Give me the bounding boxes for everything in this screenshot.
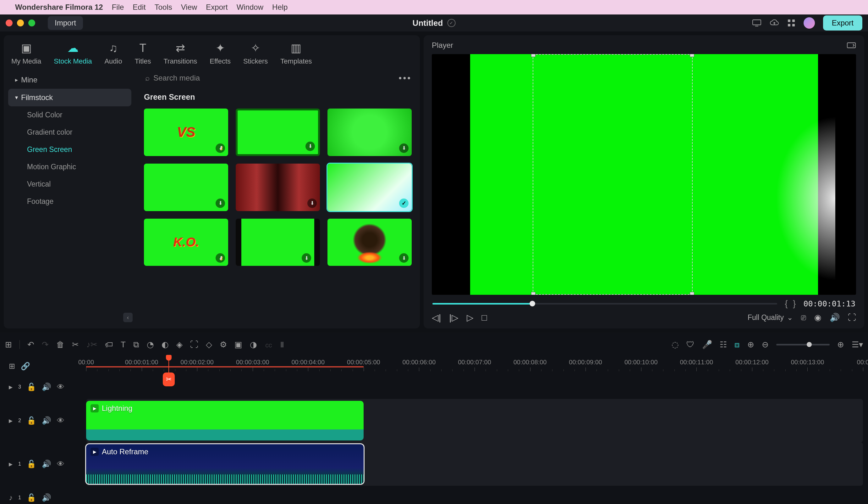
sidebar-sub-footage[interactable]: Footage xyxy=(8,193,131,210)
scrubber-knob[interactable] xyxy=(529,301,535,306)
track-lane-a1[interactable] xyxy=(86,486,863,504)
tab-transitions[interactable]: ⇄Transitions xyxy=(163,41,197,65)
silence-icon[interactable]: ◑ xyxy=(250,340,257,350)
mute-icon[interactable]: 🔊 xyxy=(42,416,51,425)
save-status-icon[interactable]: ✓ xyxy=(447,19,455,27)
crop-handle-br[interactable] xyxy=(690,292,694,295)
add-track-icon[interactable]: ⊞ xyxy=(9,362,15,371)
next-frame-button[interactable]: |▷ xyxy=(449,312,458,323)
quality-selector[interactable]: Full Quality ⌄ xyxy=(748,313,793,322)
crop-icon[interactable]: ⧉ xyxy=(133,340,139,350)
menu-edit[interactable]: Edit xyxy=(133,3,145,12)
thumb-dark-frame[interactable]: ⬇ xyxy=(236,109,320,156)
volume-icon[interactable]: 🔊 xyxy=(830,313,840,322)
arrange-icon[interactable]: ⊞ xyxy=(5,340,12,350)
cut-tool-marker[interactable]: ✂ xyxy=(163,373,175,386)
mute-icon[interactable]: 🔊 xyxy=(42,493,51,502)
subtitle-icon[interactable]: ㏄ xyxy=(265,339,273,350)
keyframe-icon[interactable]: ◈ xyxy=(176,340,183,350)
sidebar-item-mine[interactable]: Mine xyxy=(8,71,131,89)
preview-viewport[interactable] xyxy=(432,54,856,295)
apps-grid-icon[interactable] xyxy=(787,19,795,27)
group-icon[interactable]: ▣ xyxy=(235,340,242,350)
adjust-icon[interactable]: ⚙ xyxy=(220,340,227,350)
search-input[interactable]: ⌕ Search media xyxy=(144,71,394,85)
download-icon[interactable]: ⬇ xyxy=(216,199,225,208)
crop-handle-bl[interactable] xyxy=(531,292,536,295)
text-icon[interactable]: T xyxy=(121,340,126,350)
mic-icon[interactable]: 🎤 xyxy=(702,340,712,350)
color-icon[interactable]: ◐ xyxy=(162,340,169,350)
sidebar-sub-green-screen[interactable]: Green Screen xyxy=(8,141,131,158)
playhead[interactable]: ✂ xyxy=(168,357,169,375)
tag-icon[interactable]: 🏷 xyxy=(105,340,113,350)
tab-titles[interactable]: TTitles xyxy=(135,41,151,65)
sidebar-sub-motion-graphic[interactable]: Motion Graphic xyxy=(8,158,131,175)
sidebar-sub-vertical[interactable]: Vertical xyxy=(8,175,131,193)
app-name[interactable]: Wondershare Filmora 12 xyxy=(15,3,103,12)
display-icon[interactable] xyxy=(752,19,762,27)
zoom-slider[interactable] xyxy=(776,344,830,345)
tab-stickers[interactable]: ✧Stickers xyxy=(243,41,268,65)
menu-window[interactable]: Window xyxy=(237,3,264,12)
lock-icon[interactable]: 🔓 xyxy=(27,460,36,468)
thumb-filmstrip[interactable]: ⬇ xyxy=(236,219,320,266)
zoom-out-icon[interactable]: ⊖ xyxy=(762,340,769,350)
crop-frame[interactable] xyxy=(533,54,693,295)
detach-player-icon[interactable]: ⎚ xyxy=(801,313,806,322)
playhead-handle[interactable] xyxy=(166,355,172,361)
thumb-lightning[interactable]: ✓ xyxy=(328,164,412,211)
zoom-knob[interactable] xyxy=(807,342,812,347)
play-button[interactable]: ▷ xyxy=(467,312,474,323)
track-add-icon[interactable]: ⊕ xyxy=(747,340,754,350)
menu-file[interactable]: File xyxy=(112,3,124,12)
import-button[interactable]: Import xyxy=(48,16,83,30)
mute-icon[interactable]: 🔊 xyxy=(42,383,51,391)
prev-frame-button[interactable]: ◁| xyxy=(432,312,441,323)
lock-icon[interactable]: 🔓 xyxy=(27,416,36,425)
work-area-bar[interactable] xyxy=(86,366,364,367)
clip-auto-reframe[interactable]: ▶Auto Reframe xyxy=(86,444,364,484)
sidebar-collapse-button[interactable]: ‹ xyxy=(123,313,133,322)
mark-out-button[interactable]: } xyxy=(791,299,798,308)
tab-audio[interactable]: ♫Audio xyxy=(104,41,122,65)
thumb-explosion[interactable]: ⬇ xyxy=(328,219,412,266)
tab-stock-media[interactable]: ☁Stock Media xyxy=(54,41,92,65)
menu-tools[interactable]: Tools xyxy=(155,3,172,12)
sidebar-sub-gradient-color[interactable]: Gradient color xyxy=(8,124,131,141)
compare-icon[interactable] xyxy=(847,41,856,49)
cloud-upload-icon[interactable] xyxy=(769,19,779,27)
mixer-icon[interactable]: ☷ xyxy=(720,340,727,350)
redo-icon[interactable]: ↷ xyxy=(42,340,49,350)
menu-export[interactable]: Export xyxy=(206,3,228,12)
thumb-ko[interactable]: K.O.⬇ xyxy=(144,219,228,266)
track-options-icon[interactable]: ☰▾ xyxy=(852,340,863,350)
track-lane-v3[interactable] xyxy=(86,375,863,399)
sidebar-sub-solid-color[interactable]: Solid Color xyxy=(8,106,131,124)
thumb-vs[interactable]: VS⬇ xyxy=(144,109,228,156)
download-icon[interactable]: ⬇ xyxy=(216,253,225,263)
timeline-ruler[interactable]: 00:0000:00:01:0000:00:02:0000:00:03:0000… xyxy=(86,357,863,375)
sidebar-item-filmstock[interactable]: Filmstock xyxy=(8,89,131,106)
download-icon[interactable]: ⬇ xyxy=(399,143,409,153)
window-minimize-button[interactable] xyxy=(17,20,24,27)
fit-icon[interactable]: ⛶ xyxy=(190,340,198,350)
clip-lightning[interactable]: ▶Lightning xyxy=(86,401,364,441)
export-button[interactable]: Export xyxy=(823,16,862,31)
snapshot-icon[interactable]: ◉ xyxy=(814,313,822,322)
lock-icon[interactable]: 🔓 xyxy=(27,383,36,391)
delete-icon[interactable]: 🗑 xyxy=(56,340,64,350)
window-maximize-button[interactable] xyxy=(28,20,35,27)
snap-icon[interactable]: ⧈ xyxy=(734,340,740,350)
tab-templates[interactable]: ▥Templates xyxy=(280,41,312,65)
thumb-curtain[interactable]: ⬇ xyxy=(236,164,320,211)
crop-handle-tr[interactable] xyxy=(690,54,694,57)
window-close-button[interactable] xyxy=(6,20,12,27)
visibility-icon[interactable]: 👁 xyxy=(57,460,64,468)
thumb-plain[interactable]: ⬇ xyxy=(144,164,228,211)
more-options-icon[interactable]: ••• xyxy=(399,73,412,83)
playback-scrubber[interactable] xyxy=(432,303,777,304)
zoom-in-icon[interactable]: ⊕ xyxy=(837,340,844,350)
menu-help[interactable]: Help xyxy=(272,3,288,12)
visibility-icon[interactable]: 👁 xyxy=(57,383,64,391)
